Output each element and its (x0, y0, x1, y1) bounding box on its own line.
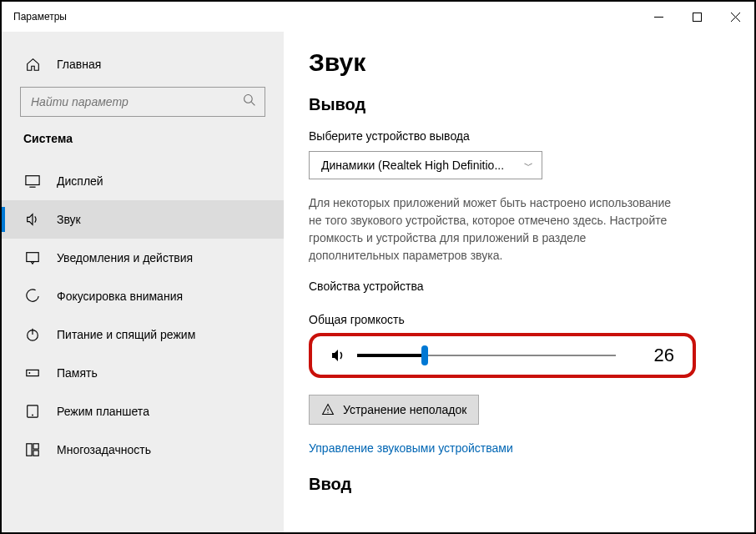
sidebar-item-label: Питание и спящий режим (57, 328, 195, 341)
multitask-icon (23, 442, 42, 457)
sidebar-item-storage[interactable]: Память (2, 354, 284, 392)
svg-point-4 (244, 95, 253, 103)
warning-icon (321, 403, 335, 416)
sound-icon (23, 212, 42, 227)
troubleshoot-button[interactable]: Устранение неполадок (309, 395, 479, 425)
input-heading: Ввод (309, 475, 729, 494)
svg-rect-8 (27, 253, 38, 262)
window-controls (639, 2, 754, 32)
slider-thumb[interactable] (421, 345, 428, 365)
sidebar-item-label: Фокусировка внимания (57, 290, 183, 303)
svg-point-12 (29, 372, 31, 374)
volume-slider[interactable] (357, 346, 616, 365)
troubleshoot-label: Устранение неполадок (343, 403, 466, 416)
sidebar-item-display[interactable]: Дисплей (2, 162, 284, 200)
notifications-icon (23, 250, 42, 265)
output-description: Для некоторых приложений может быть наст… (309, 194, 676, 264)
sidebar-item-sound[interactable]: Звук (2, 200, 284, 239)
sidebar-item-label: Память (57, 366, 98, 380)
sidebar: Главная Система Дисплей Звук (2, 32, 284, 532)
close-button[interactable] (716, 2, 754, 32)
device-properties-link[interactable]: Свойства устройства (309, 280, 729, 293)
dropdown-value: Динамики (Realtek High Definitio... (321, 159, 524, 172)
sidebar-item-label: Дисплей (57, 174, 103, 188)
display-icon (23, 174, 42, 189)
svg-rect-11 (27, 370, 38, 375)
home-icon (23, 58, 42, 72)
sidebar-item-focus[interactable]: Фокусировка внимания (2, 277, 284, 315)
minimize-button[interactable] (639, 2, 678, 32)
maximize-button[interactable] (678, 2, 716, 32)
search-input[interactable] (31, 95, 243, 108)
search-icon (243, 93, 256, 110)
svg-rect-1 (693, 13, 701, 21)
sidebar-item-tablet[interactable]: Режим планшета (2, 392, 284, 431)
manage-devices-link[interactable]: Управление звуковыми устройствами (309, 441, 729, 455)
power-icon (23, 327, 42, 342)
search-box[interactable] (20, 87, 265, 117)
home-label: Главная (57, 58, 101, 71)
sidebar-item-notifications[interactable]: Уведомления и действия (2, 239, 284, 277)
speaker-icon[interactable] (330, 347, 347, 364)
svg-line-5 (251, 102, 255, 105)
volume-value: 26 (649, 345, 674, 366)
sidebar-item-label: Многозадачность (57, 443, 151, 456)
sidebar-item-label: Режим планшета (57, 405, 149, 418)
volume-highlight: 26 (309, 333, 696, 378)
titlebar: Параметры (2, 2, 754, 32)
page-title: Звук (309, 48, 729, 77)
sidebar-item-power[interactable]: Питание и спящий режим (2, 315, 284, 354)
chevron-down-icon: ﹀ (524, 159, 533, 172)
svg-rect-16 (33, 444, 38, 449)
sidebar-item-multitask[interactable]: Многозадачность (2, 431, 284, 469)
sidebar-item-label: Звук (57, 213, 81, 226)
output-device-label: Выберите устройство вывода (309, 129, 729, 143)
nav-list: Дисплей Звук Уведомления и действия Фоку… (2, 162, 284, 532)
storage-icon (23, 365, 42, 380)
slider-fill (357, 354, 425, 357)
svg-point-19 (327, 412, 328, 413)
sidebar-section-title: Система (2, 132, 284, 145)
tablet-icon (23, 404, 42, 419)
main-content: Звук Вывод Выберите устройство вывода Ди… (284, 32, 754, 532)
svg-rect-6 (26, 176, 39, 185)
svg-rect-17 (33, 451, 38, 456)
sidebar-item-label: Уведомления и действия (57, 251, 193, 264)
home-link[interactable]: Главная (2, 50, 284, 78)
svg-rect-15 (27, 444, 32, 456)
output-heading: Вывод (309, 95, 729, 114)
window-title: Параметры (13, 11, 639, 23)
output-device-dropdown[interactable]: Динамики (Realtek High Definitio... ﹀ (309, 151, 542, 179)
master-volume-label: Общая громкость (309, 313, 729, 326)
focus-icon (23, 289, 42, 304)
svg-point-14 (32, 415, 33, 416)
